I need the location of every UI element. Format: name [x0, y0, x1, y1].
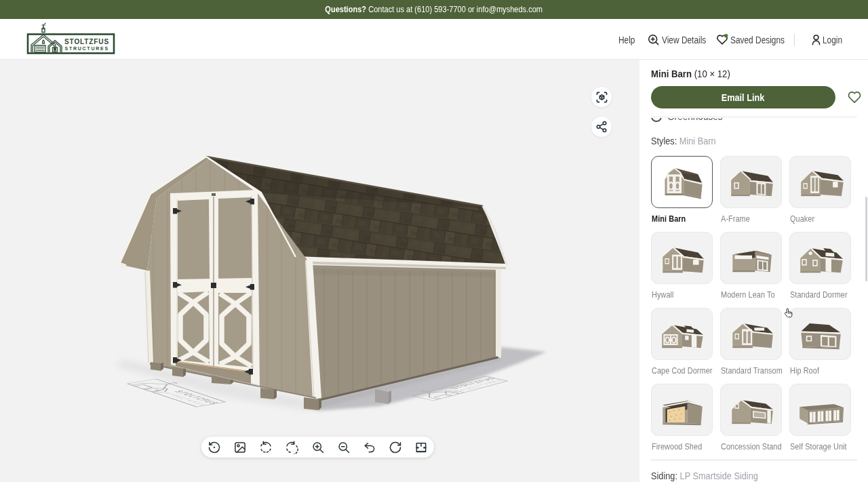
svg-text:STRUCTURES: STRUCTURES: [65, 46, 109, 51]
svg-text:STOLTZFUS: STOLTZFUS: [64, 38, 109, 45]
